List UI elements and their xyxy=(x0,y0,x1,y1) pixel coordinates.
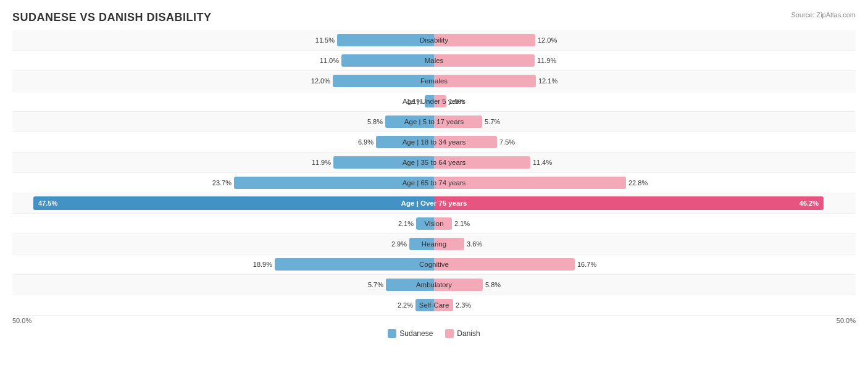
bar-danish xyxy=(434,75,536,87)
table-row: 5.7%5.8%Ambulatory xyxy=(12,275,856,295)
table-row: 2.9%3.6%Hearing xyxy=(12,234,856,254)
bar-danish xyxy=(434,34,535,46)
source-label: Source: ZipAtlas.com xyxy=(791,11,856,19)
table-row: 1.1%1.5%Age | Under 5 years xyxy=(12,91,856,112)
value-right: 12.1% xyxy=(538,77,557,85)
value-right: 5.7% xyxy=(485,118,500,125)
row-label: Ambulatory xyxy=(416,281,452,288)
axis-right: 50.0% xyxy=(434,317,856,324)
value-right: 11.4% xyxy=(533,159,552,166)
table-row: 2.1%2.1%Vision xyxy=(12,214,856,234)
value-right: 16.7% xyxy=(577,261,596,268)
value-right: 2.1% xyxy=(454,220,470,227)
table-row: 5.8%5.7%Age | 5 to 17 years xyxy=(12,112,856,132)
legend-danish: Danish xyxy=(445,329,480,338)
bar-value-right: 46.2% xyxy=(799,200,819,207)
legend-sudanese-label: Sudanese xyxy=(399,329,433,338)
value-left: 11.5% xyxy=(315,36,335,44)
value-left: 11.9% xyxy=(312,159,331,166)
value-left: 23.7% xyxy=(212,179,232,187)
chart-title: SUDANESE VS DANISH DISABILITY xyxy=(12,11,856,24)
legend-sudanese: Sudanese xyxy=(388,329,433,338)
bar-danish xyxy=(434,258,575,271)
value-right: 5.8% xyxy=(485,281,501,288)
row-label: Age | 65 to 74 years xyxy=(403,179,466,187)
table-row: 18.9%16.7%Cognitive xyxy=(12,254,856,275)
table-row: 47.5%46.2%Age | Over 75 years xyxy=(12,193,856,214)
row-label: Males xyxy=(425,57,444,64)
table-row: 12.0%12.1%Females xyxy=(12,71,856,91)
bar-sudanese xyxy=(333,75,434,87)
legend-danish-label: Danish xyxy=(457,329,480,338)
value-right: 12.0% xyxy=(538,36,557,44)
bar-danish: 46.2% xyxy=(434,196,824,210)
axis-left: 50.0% xyxy=(12,317,434,324)
value-left: 5.8% xyxy=(367,118,383,125)
row-label: Age | Over 75 years xyxy=(401,200,467,207)
value-left: 2.1% xyxy=(398,220,414,227)
row-label: Females xyxy=(420,77,448,85)
row-label: Disability xyxy=(420,36,448,44)
value-left: 12.0% xyxy=(311,77,330,85)
table-row: 23.7%22.8%Age | 65 to 74 years xyxy=(12,173,856,193)
value-right: 11.9% xyxy=(537,57,556,64)
table-row: 2.2%2.3%Self-Care xyxy=(12,295,856,316)
bar-sudanese xyxy=(341,54,434,67)
value-left: 2.9% xyxy=(391,240,407,248)
chart-container: SUDANESE VS DANISH DISABILITY Source: Zi… xyxy=(0,0,868,344)
row-label: Age | 18 to 34 years xyxy=(403,138,466,146)
bar-danish xyxy=(434,54,535,67)
table-row: 11.0%11.9%Males xyxy=(12,51,856,71)
value-right: 3.6% xyxy=(467,240,482,248)
value-left: 2.2% xyxy=(398,301,413,309)
bar-sudanese: 47.5% xyxy=(33,196,434,210)
row-label: Self-Care xyxy=(419,301,449,309)
row-label: Cognitive xyxy=(419,261,449,268)
bar-sudanese xyxy=(275,258,434,271)
value-right: 2.3% xyxy=(456,301,471,309)
row-label: Age | Under 5 years xyxy=(403,98,465,105)
axis-row: 50.0% 50.0% xyxy=(12,317,856,324)
row-label: Age | 5 to 17 years xyxy=(404,118,464,125)
chart-area: 11.5%12.0%Disability11.0%11.9%Males12.0%… xyxy=(12,30,856,316)
legend-danish-box xyxy=(445,329,454,338)
bar-value-left: 47.5% xyxy=(38,200,57,207)
row-label: Hearing xyxy=(422,240,446,248)
value-right: 7.5% xyxy=(499,138,515,146)
table-row: 11.5%12.0%Disability xyxy=(12,30,856,51)
legend-area: Sudanese Danish xyxy=(12,329,856,338)
table-row: 6.9%7.5%Age | 18 to 34 years xyxy=(12,132,856,153)
value-left: 11.0% xyxy=(320,57,339,64)
row-label: Age | 35 to 64 years xyxy=(403,159,466,166)
value-left: 6.9% xyxy=(358,138,373,146)
value-right: 22.8% xyxy=(628,179,648,187)
row-label: Vision xyxy=(424,220,443,227)
table-row: 11.9%11.4%Age | 35 to 64 years xyxy=(12,153,856,173)
value-left: 18.9% xyxy=(253,261,272,268)
legend-sudanese-box xyxy=(388,329,396,338)
value-left: 5.7% xyxy=(368,281,383,288)
